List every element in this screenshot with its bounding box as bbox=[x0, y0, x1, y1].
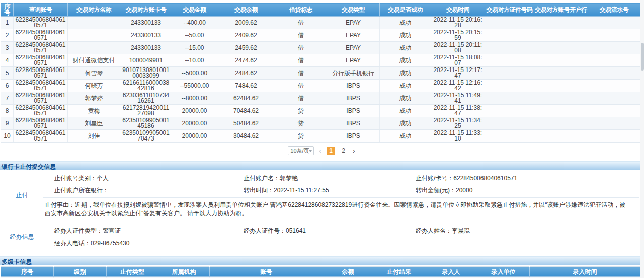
cell: 7 bbox=[1, 92, 14, 105]
column-header: 录入人 bbox=[425, 267, 477, 277]
cell: 8 bbox=[1, 105, 14, 117]
cell: 借 bbox=[275, 17, 327, 29]
cell: 借 bbox=[275, 54, 327, 67]
transaction-row[interactable]: 96228450068040610571刘星臣62350109905001451… bbox=[1, 117, 640, 130]
field-label: 经办人电话： bbox=[54, 240, 91, 247]
page-size-select[interactable]: 10条/页 bbox=[288, 146, 314, 155]
cell bbox=[588, 67, 640, 80]
cell: 6228450068040610571 bbox=[14, 117, 68, 130]
cell: 成功 bbox=[380, 92, 431, 105]
cell: EPAY bbox=[327, 29, 380, 42]
cell: 2 bbox=[1, 29, 14, 42]
cell bbox=[534, 42, 588, 54]
transaction-row[interactable]: 106228450068040610571刘佳62350109905001704… bbox=[1, 130, 640, 143]
cell bbox=[534, 130, 588, 143]
multi-card-section-header: 多级卡信息 bbox=[0, 256, 640, 265]
transactions-table: 序号查询账号交易对方名称交易对方账卡号交易金额交易余额借贷标志交易类型交易是否成… bbox=[1, 3, 640, 143]
transaction-row[interactable]: 36228450068040610571243300133--15.002459… bbox=[1, 42, 640, 54]
scrollbar-thumb[interactable] bbox=[641, 43, 644, 71]
cell: 何晓芳 bbox=[68, 80, 120, 92]
stop-reason-text: 止付事由：近期，我单位在接报刘妮被骗警情中，发现涉案人员利用贵单位相关账户 曹鸿… bbox=[43, 197, 639, 221]
handler-group: 经办信息 经办人证件类型：警官证 经办人证件号：051641 经办人姓名：李晨琨… bbox=[1, 221, 639, 253]
section-title: 多级卡信息 bbox=[0, 258, 32, 266]
field-handler-phone: 经办人电话：029-86755430 bbox=[54, 239, 244, 248]
field-label: 止付账/卡号： bbox=[416, 175, 453, 182]
cell bbox=[534, 117, 588, 130]
column-header: 序号 bbox=[1, 267, 54, 277]
column-header: 交易对方账卡号 bbox=[120, 3, 172, 17]
cell: 6216611600003842816 bbox=[120, 80, 172, 92]
cell: --400.00 bbox=[172, 17, 217, 29]
transaction-row[interactable]: 76228450068040610571郭梦婷62303611010734162… bbox=[1, 92, 640, 105]
cell: 借 bbox=[275, 92, 327, 105]
cell: 5 bbox=[1, 67, 14, 80]
field-value: 郭梦艳 bbox=[280, 175, 298, 182]
cell: 借 bbox=[275, 80, 327, 92]
cell: --10.00 bbox=[172, 54, 217, 67]
cell bbox=[534, 92, 588, 105]
stop-payment-fields: 止付账号类别：个人 止付账户名：郭梦艳 止付账/卡号：6228450068040… bbox=[43, 170, 639, 197]
cell: 70484.62 bbox=[217, 105, 275, 117]
column-header: 账号 bbox=[210, 267, 323, 277]
field-label: 经办人姓名： bbox=[416, 227, 452, 234]
transaction-row[interactable]: 46228450068040610571财付通微信支付1000049901--1… bbox=[1, 54, 640, 67]
cell: 9010713080100100033099 bbox=[120, 67, 172, 80]
cell bbox=[485, 29, 534, 42]
cell: 财付通微信支付 bbox=[68, 54, 120, 67]
column-header: 级别 bbox=[54, 267, 107, 277]
cell bbox=[68, 42, 120, 54]
page-button-2[interactable]: 2 bbox=[339, 147, 348, 155]
vertical-scrollbar[interactable] bbox=[640, 0, 644, 278]
cell: 2022-11-15 11:34:25 bbox=[431, 117, 485, 130]
cell: 2022-11-15 11:38:47 bbox=[431, 105, 485, 117]
cell: 借 bbox=[275, 67, 327, 80]
column-header: 交易余额 bbox=[217, 3, 275, 17]
cell bbox=[588, 130, 640, 143]
cell: 成功 bbox=[380, 17, 431, 29]
transaction-row[interactable]: 26228450068040610571243300133--50.002409… bbox=[1, 29, 640, 42]
transaction-row[interactable]: 56228450068040610571何雪琴90107130801001000… bbox=[1, 67, 640, 80]
column-header: 录入时间 bbox=[530, 267, 640, 277]
next-page-button[interactable]: › bbox=[352, 147, 356, 155]
field-account-bank: 止付账户所在银行： bbox=[54, 186, 244, 195]
cell bbox=[485, 80, 534, 92]
column-header: 交易类型 bbox=[327, 3, 380, 17]
column-header: 交易金额 bbox=[172, 3, 217, 17]
cell: IBPS bbox=[327, 105, 380, 117]
cell: EPAY bbox=[327, 42, 380, 54]
cell: 2009.62 bbox=[217, 17, 275, 29]
prev-page-button[interactable]: ‹ bbox=[318, 147, 323, 155]
cell: 10 bbox=[1, 130, 14, 143]
page-size-value: 10条/页 bbox=[290, 148, 309, 154]
cell: 6230361101073416261 bbox=[120, 92, 172, 105]
cell bbox=[485, 117, 534, 130]
cell bbox=[68, 29, 120, 42]
column-header: 所属机构 bbox=[158, 267, 210, 277]
cell: IBPS bbox=[327, 92, 380, 105]
field-value: 6228450068040610571 bbox=[453, 175, 517, 182]
cell: 郭梦婷 bbox=[68, 92, 120, 105]
cell: 何雪琴 bbox=[68, 67, 120, 80]
transaction-row[interactable]: 86228450068040610571黄梅621728194200112709… bbox=[1, 105, 640, 117]
pagination: 10条/页 ‹ 1 2 › bbox=[0, 146, 644, 156]
cell bbox=[588, 80, 640, 92]
cell: 黄梅 bbox=[68, 105, 120, 117]
cell bbox=[485, 42, 534, 54]
page-button-1[interactable]: 1 bbox=[327, 147, 335, 155]
cell bbox=[68, 17, 120, 29]
cell bbox=[485, 67, 534, 80]
cell bbox=[588, 42, 640, 54]
column-header: 交易是否成功 bbox=[380, 3, 431, 17]
cell bbox=[588, 117, 640, 130]
transaction-row[interactable]: 16228450068040610571243300133--400.00200… bbox=[1, 17, 640, 29]
field-value: 051641 bbox=[286, 227, 306, 234]
cell: 20000.00 bbox=[172, 105, 217, 117]
field-handler-id-type: 经办人证件类型：警官证 bbox=[54, 227, 244, 235]
field-label: 转出金额(元)： bbox=[416, 187, 456, 194]
column-header: 序号 bbox=[1, 3, 14, 17]
transaction-row[interactable]: 66228450068040610571何晓芳62166116000038428… bbox=[1, 80, 640, 92]
cell: 成功 bbox=[380, 29, 431, 42]
column-header: 借贷标志 bbox=[275, 3, 327, 17]
cell bbox=[534, 67, 588, 80]
cell bbox=[485, 17, 534, 29]
